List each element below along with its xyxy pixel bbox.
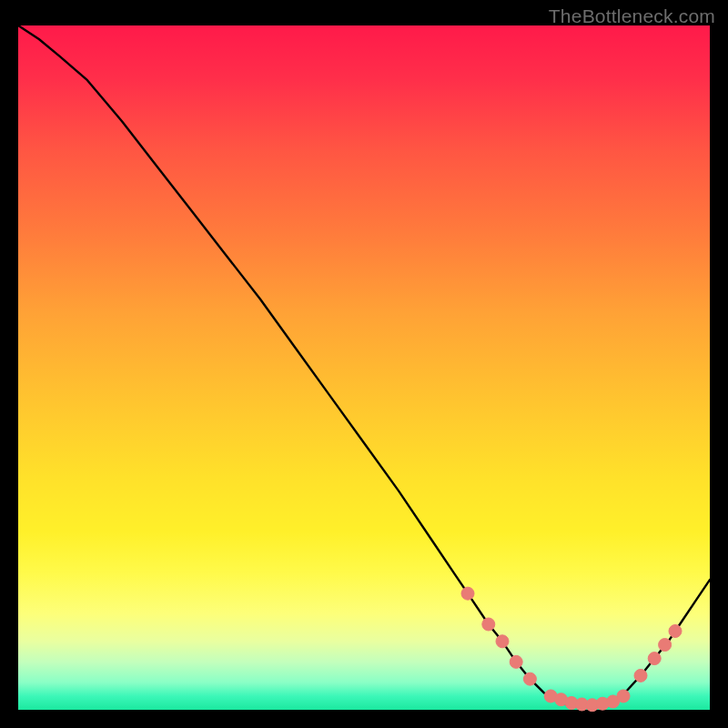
- curve-marker: [659, 639, 672, 652]
- curve-markers: [461, 587, 682, 712]
- curve-marker: [461, 587, 474, 600]
- curve-layer: [18, 25, 710, 710]
- chart-stage: TheBottleneck.com: [0, 0, 728, 728]
- plot-area: [18, 25, 710, 710]
- curve-marker: [482, 618, 495, 631]
- curve-marker: [496, 635, 509, 648]
- curve-marker: [648, 652, 661, 665]
- curve-marker: [617, 690, 630, 703]
- bottleneck-curve: [18, 25, 710, 708]
- curve-marker: [523, 672, 536, 685]
- curve-marker: [634, 669, 647, 682]
- curve-marker: [669, 625, 682, 638]
- curve-marker: [510, 655, 522, 668]
- attribution-label: TheBottleneck.com: [549, 5, 715, 27]
